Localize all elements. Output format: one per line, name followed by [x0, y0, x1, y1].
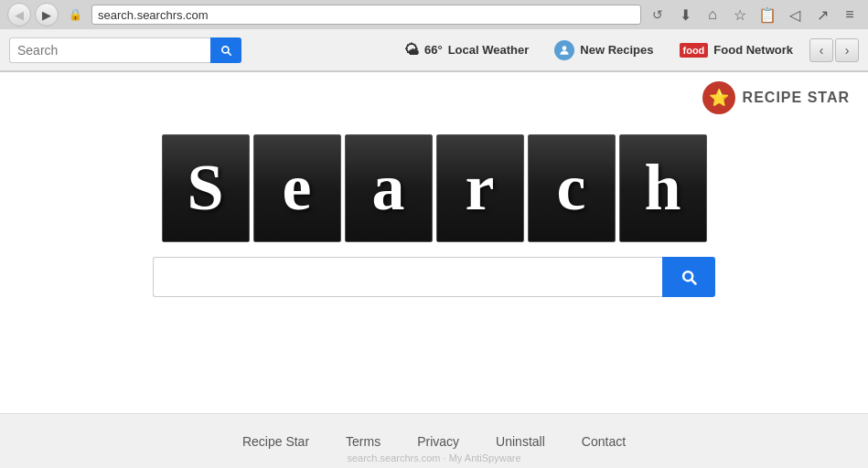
menu-icon[interactable]: ≡ [839, 4, 861, 26]
letter-tile-e: e [253, 134, 341, 242]
recipe-star-badge[interactable]: ⭐ RECIPE STAR [702, 81, 850, 114]
footer: Recipe Star Terms Privacy Uninstall Cont… [0, 413, 868, 468]
letter-tile-r: r [436, 134, 524, 242]
recipe-star-text: RECIPE STAR [743, 90, 850, 106]
letter-tile-h: h [619, 134, 707, 242]
main-search-button[interactable] [662, 257, 715, 297]
toolbar-search-input[interactable] [9, 37, 210, 63]
toolbar-search-button[interactable] [210, 37, 241, 63]
prev-arrow-button[interactable]: ‹ [809, 38, 833, 62]
letter-tile-s: S [162, 134, 250, 242]
main-search-input[interactable] [153, 257, 662, 297]
address-bar[interactable]: search.searchrs.com [91, 5, 641, 25]
svg-point-0 [563, 46, 567, 50]
lock-icon: 🔒 [66, 5, 84, 24]
download-icon[interactable]: ⬇ [674, 4, 696, 26]
reload-button[interactable]: ↺ [648, 5, 667, 24]
share-icon[interactable]: ↗ [811, 4, 833, 26]
back-button[interactable]: ◀ [7, 3, 31, 27]
main-content: ⭐ RECIPE STAR S e a r c h [0, 72, 868, 413]
footer-contact-link[interactable]: Contact [582, 434, 626, 449]
letter-tile-a: a [345, 134, 433, 242]
weather-label: Local Weather [448, 43, 530, 57]
new-recipes-widget[interactable]: New Recipes [545, 37, 662, 64]
nav-buttons: ◀ ▶ [7, 3, 59, 27]
new-recipes-label: New Recipes [580, 43, 653, 57]
food-network-label: Food Network [713, 43, 793, 57]
title-bar: ◀ ▶ 🔒 search.searchrs.com ↺ ⬇ ⌂ ☆ 📋 ◁ ↗ … [0, 0, 868, 29]
toolbar-search-box [9, 37, 241, 63]
forward-button[interactable]: ▶ [35, 3, 59, 27]
star-icon[interactable]: ☆ [729, 4, 751, 26]
weather-icon: 🌤 [404, 42, 419, 58]
next-arrow-button[interactable]: › [835, 38, 859, 62]
recipe-star-icon: ⭐ [702, 81, 735, 114]
weather-temp: 66° [424, 43, 443, 57]
footer-terms-link[interactable]: Terms [346, 434, 380, 449]
bookmark-icon[interactable]: 📋 [756, 4, 778, 26]
weather-widget[interactable]: 🌤 66° Local Weather [395, 38, 538, 62]
footer-uninstall-link[interactable]: Uninstall [496, 434, 545, 449]
food-network-widget[interactable]: food Food Network [670, 39, 803, 61]
home-icon[interactable]: ⌂ [702, 4, 723, 26]
toolbar: 🌤 66° Local Weather New Recipes food Foo… [0, 29, 868, 71]
right-icons: ⬇ ⌂ ☆ 📋 ◁ ↗ ≡ [674, 4, 861, 26]
recipes-avatar-icon [554, 40, 574, 60]
search-logo: S e a r c h [162, 134, 707, 242]
footer-recipe-star-link[interactable]: Recipe Star [242, 434, 309, 449]
url-text: search.searchrs.com [98, 8, 209, 22]
browser-chrome: ◀ ▶ 🔒 search.searchrs.com ↺ ⬇ ⌂ ☆ 📋 ◁ ↗ … [0, 0, 868, 72]
food-badge: food [680, 43, 709, 58]
pocket-icon[interactable]: ◁ [784, 4, 806, 26]
footer-watermark: search.searchrs.com · My AntiSpyware [347, 452, 520, 463]
footer-privacy-link[interactable]: Privacy [417, 434, 459, 449]
letter-tile-c: c [528, 134, 616, 242]
main-search-bar [153, 257, 715, 297]
toolbar-nav-arrows: ‹ › [809, 38, 859, 62]
